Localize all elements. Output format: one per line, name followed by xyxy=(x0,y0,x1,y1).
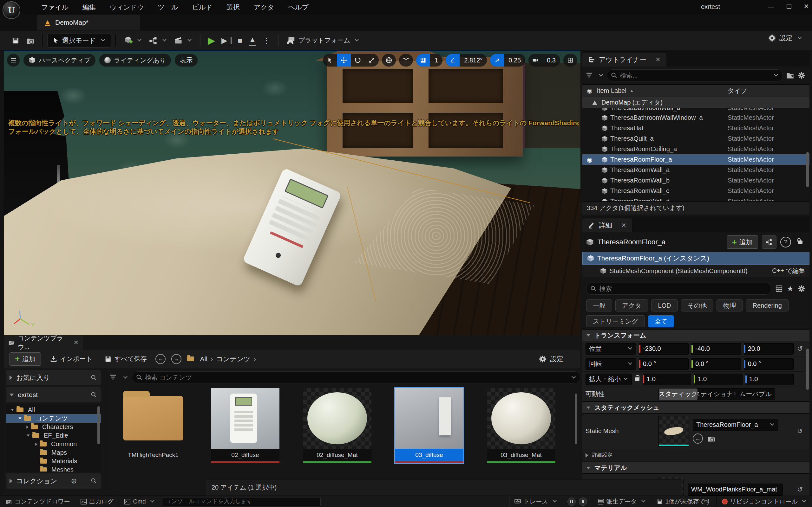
select-tool-icon[interactable] xyxy=(323,54,337,66)
scale-x-input[interactable]: 1.0 xyxy=(643,374,691,385)
add-collection-icon[interactable]: ⊕ xyxy=(71,477,77,485)
insights-session-icon[interactable] xyxy=(567,498,576,506)
tab-details[interactable]: 詳細 ✕ xyxy=(582,218,632,232)
details-search[interactable] xyxy=(586,283,771,295)
search-icon[interactable] xyxy=(91,392,97,398)
chevron-down-icon[interactable] xyxy=(774,72,778,76)
breadcrumb-all[interactable]: All xyxy=(200,355,207,363)
outliner-row-selected[interactable]: ◉ TheresaRoomFloor_aStaticMeshActor xyxy=(582,154,809,165)
lock-icon[interactable] xyxy=(798,240,803,244)
scale-y-input[interactable]: 1.0 xyxy=(694,374,742,385)
favorites-header[interactable]: お気に入り xyxy=(6,370,101,385)
trace-dropdown[interactable]: トレース xyxy=(509,496,562,507)
close-icon[interactable]: ✕ xyxy=(621,222,626,229)
editor-mode-dropdown[interactable]: 選択モード xyxy=(47,34,111,48)
reset-icon[interactable]: ↺ xyxy=(794,486,806,494)
outliner-scrollbar[interactable] xyxy=(806,152,809,187)
filter-general[interactable]: 一般 xyxy=(586,299,612,312)
menu-build[interactable]: ビルド xyxy=(186,0,218,14)
camera-speed-control[interactable]: 0.3 xyxy=(528,54,560,66)
console-command-input-wrap[interactable] xyxy=(162,497,321,506)
advanced-settings-row[interactable]: 詳細設定 xyxy=(582,449,809,462)
tree-item-common[interactable]: Common xyxy=(6,440,101,448)
tree-item-content[interactable]: コンテンツ xyxy=(6,414,101,423)
asset-search[interactable] xyxy=(132,372,580,383)
scale-snap-control[interactable]: ↗ 0.25 xyxy=(490,54,525,66)
tree-item-characters[interactable]: Characters xyxy=(6,423,101,431)
play-options-kebab-icon[interactable]: ⋮ xyxy=(259,34,273,47)
angle-snap-control[interactable]: 2.812° xyxy=(446,54,487,66)
maximize-icon[interactable] xyxy=(786,4,792,9)
material-dropdown[interactable]: WM_WoodPlanksFloor_a_mat xyxy=(688,484,783,496)
outliner-row[interactable]: TheresaRoomCeiling_aStaticMeshActor xyxy=(582,144,809,154)
world-space-toggle[interactable] xyxy=(382,54,396,66)
cb-add-button[interactable]: + 追加 xyxy=(9,352,41,366)
scale-snap-value[interactable]: 0.25 xyxy=(504,54,525,66)
reset-icon[interactable]: ↺ xyxy=(794,345,806,353)
cmd-dropdown[interactable]: Cmd xyxy=(119,496,160,507)
asset-material-tile[interactable]: 03_diffuse_Mat xyxy=(487,388,555,463)
save-all-button[interactable]: すべて保存 xyxy=(101,353,150,365)
grid-snap-icon[interactable] xyxy=(416,54,430,66)
filter-icon[interactable] xyxy=(586,72,594,78)
output-log-button[interactable]: 出力ログ xyxy=(75,496,119,507)
details-scrollbar[interactable] xyxy=(806,349,809,390)
stop-button[interactable]: ■ xyxy=(235,34,246,47)
gear-icon[interactable] xyxy=(798,71,806,79)
column-type[interactable]: タイプ xyxy=(728,87,747,95)
chevron-down-icon[interactable] xyxy=(599,72,603,76)
browse-content-button[interactable] xyxy=(23,35,38,47)
menu-select[interactable]: 選択 xyxy=(220,0,246,14)
section-transform[interactable]: トランスフォーム xyxy=(582,329,809,341)
help-icon[interactable]: ? xyxy=(780,237,791,247)
outliner-row-clipped[interactable]: TheresaRoomWall_dStaticMeshActor xyxy=(582,196,809,201)
rotation-z-input[interactable]: 0.0 ° xyxy=(744,358,794,370)
viewport-3d[interactable]: 複数の指向性ライトが、フォワード シェーディング、透過、ウォーター、またはボリュ… xyxy=(4,51,580,335)
unreal-logo-icon[interactable]: U xyxy=(3,1,20,19)
tree-item-meshes[interactable]: Meshes xyxy=(6,465,101,471)
chevron-down-icon[interactable] xyxy=(571,374,576,378)
rotation-x-input[interactable]: 0.0 ° xyxy=(639,358,689,370)
edit-in-cpp-link[interactable]: C++ で編集 xyxy=(772,267,805,275)
play-button[interactable]: ▶ xyxy=(205,33,218,48)
close-icon[interactable]: ✕ xyxy=(73,339,79,346)
blueprints-button[interactable] xyxy=(145,34,170,47)
asset-grid-scrollbar[interactable] xyxy=(575,394,577,444)
tree-scrollbar[interactable] xyxy=(97,406,100,444)
rotate-tool-icon[interactable] xyxy=(351,54,365,66)
static-mesh-dropdown[interactable]: TheresaRoomFloor_a xyxy=(693,419,778,431)
add-component-button[interactable]: + 追加 xyxy=(727,235,758,249)
column-item-label[interactable]: Item Label xyxy=(597,87,626,95)
close-icon[interactable]: × xyxy=(804,2,809,10)
angle-snap-value[interactable]: 2.812° xyxy=(460,54,487,66)
search-icon[interactable] xyxy=(91,478,97,484)
outliner-row[interactable]: TheresaRoomWall_bStaticMeshActor xyxy=(582,175,809,186)
search-icon[interactable] xyxy=(91,375,97,381)
rotation-dropdown[interactable]: 回転 xyxy=(586,358,636,370)
revision-control-dropdown[interactable]: リビジョンコントロール xyxy=(717,496,812,507)
menu-file[interactable]: ファイル xyxy=(35,0,75,14)
asset-folder-tile[interactable]: TMHighTechPack1 xyxy=(119,388,188,463)
camera-speed-value[interactable]: 0.3 xyxy=(542,54,560,66)
platforms-dropdown[interactable]: プラットフォーム xyxy=(283,34,362,47)
tree-item-materials[interactable]: Materials xyxy=(6,457,101,465)
outliner-column-header[interactable]: ◉ Item Label ▲ タイプ xyxy=(582,84,809,97)
outliner-row[interactable]: TheresaRoomWall_aStaticMeshActor xyxy=(582,165,809,175)
favorites-star-icon[interactable]: ★ xyxy=(786,284,794,293)
outliner-row[interactable]: TheresaBathroomWallWindow_aStaticMeshAct… xyxy=(582,112,809,123)
save-button[interactable] xyxy=(8,35,23,47)
filter-streaming[interactable]: ストリーミング xyxy=(586,315,645,327)
frame-skip-button[interactable]: ▶ xyxy=(218,34,235,47)
location-y-input[interactable]: -40.0 xyxy=(691,343,741,354)
scale-dropdown[interactable]: 拡大・縮小 xyxy=(586,374,632,385)
menu-edit[interactable]: 編集 xyxy=(76,0,102,14)
eye-icon[interactable]: ◉ xyxy=(587,156,592,164)
mobility-static[interactable]: スタティック xyxy=(659,389,698,400)
angle-snap-icon[interactable] xyxy=(446,54,460,66)
filter-physics[interactable]: 物理 xyxy=(716,299,743,312)
tab-content-browser[interactable]: コンテンツブラウ... ✕ xyxy=(4,335,83,350)
section-materials[interactable]: マテリアル xyxy=(582,462,809,474)
scale-tool-icon[interactable] xyxy=(365,54,379,66)
local-axes-toggle[interactable] xyxy=(399,54,413,66)
filter-icon[interactable] xyxy=(110,375,118,380)
